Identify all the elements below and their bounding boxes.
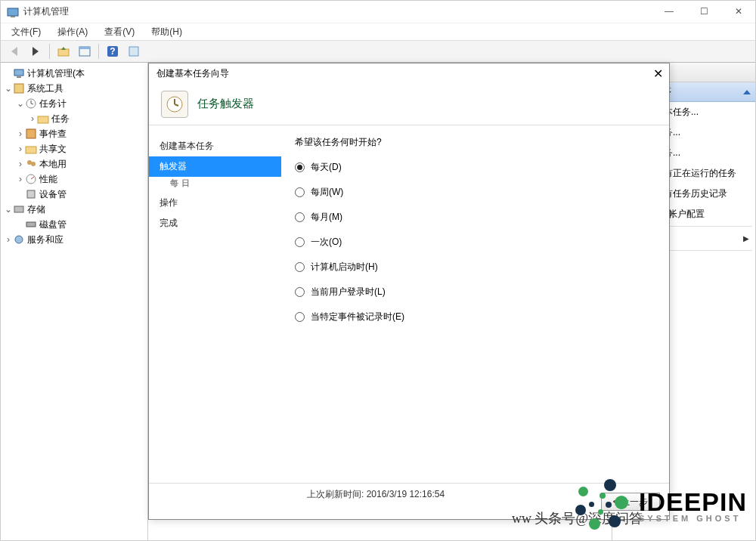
- panel-icon: [79, 45, 91, 57]
- app-icon: [7, 6, 19, 18]
- toolbar-separator: [49, 44, 50, 59]
- main-pane: 创建基本任务向导 ✕ 任务触发器 创建基本任务触发器每日操作完成 希望该任务何时…: [148, 63, 612, 540]
- tree-item[interactable]: ⌄系统工具: [1, 81, 147, 96]
- tree-twisty-icon: ›: [16, 128, 25, 139]
- wizard-dialog: 创建基本任务向导 ✕ 任务触发器 创建基本任务触发器每日操作完成 希望该任务何时…: [148, 63, 670, 520]
- tree-item[interactable]: ›服务和应: [1, 232, 147, 247]
- event-icon: [25, 128, 37, 140]
- trigger-option[interactable]: 每周(W): [295, 186, 655, 199]
- tree-item[interactable]: 计算机管理(本: [1, 66, 147, 81]
- svg-rect-14: [26, 147, 36, 153]
- share-icon: [25, 143, 37, 155]
- minimize-button[interactable]: —: [658, 5, 680, 20]
- trigger-option[interactable]: 计算机启动时(H): [295, 261, 655, 274]
- svg-point-16: [31, 162, 36, 166]
- help-button[interactable]: ?: [104, 42, 122, 60]
- svg-rect-2: [58, 49, 69, 56]
- tree-twisty-icon: ›: [4, 234, 13, 245]
- svg-rect-0: [8, 8, 18, 16]
- tree-twisty-icon: ⌄: [4, 204, 13, 215]
- wizard-window-title: 创建基本任务向导: [156, 67, 229, 80]
- tree-twisty-icon: ›: [28, 113, 37, 124]
- tree-item-label: 计算机管理(本: [27, 67, 85, 80]
- wizard-close-button[interactable]: ✕: [653, 66, 663, 81]
- properties-button[interactable]: [125, 42, 143, 60]
- wizard-form: 希望该任务何时开始? 每天(D)每周(W)每月(M)一次(O)计算机启动时(H)…: [281, 125, 669, 483]
- clock-icon: [25, 97, 37, 110]
- show-hide-button[interactable]: [76, 42, 94, 60]
- back-button[interactable]: [5, 42, 23, 60]
- properties-icon: [128, 45, 140, 57]
- wizard-header: 任务触发器: [149, 83, 669, 125]
- wizard-step[interactable]: 每日: [149, 174, 281, 193]
- menu-view[interactable]: 查看(V): [100, 24, 139, 40]
- wizard-heading: 任务触发器: [197, 97, 254, 111]
- svg-rect-9: [17, 76, 21, 78]
- tree-item-label: 任务计: [39, 97, 67, 110]
- svg-rect-7: [129, 47, 138, 56]
- menubar: 文件(F) 操作(A) 查看(V) 帮助(H): [1, 23, 755, 40]
- menu-file[interactable]: 文件(F): [7, 24, 45, 40]
- trigger-option[interactable]: 一次(O): [295, 236, 655, 249]
- window-title: 计算机管理: [23, 5, 658, 18]
- folder-up-icon: [57, 45, 70, 57]
- tree-item[interactable]: 设备管: [1, 187, 147, 202]
- disk-icon: [25, 218, 37, 230]
- svg-rect-20: [26, 222, 36, 227]
- tree-item[interactable]: ›共享文: [1, 141, 147, 156]
- forward-button[interactable]: [26, 42, 45, 60]
- svg-rect-4: [79, 47, 90, 49]
- tree-item[interactable]: ›任务: [1, 111, 147, 126]
- arrow-right-icon: [33, 47, 39, 56]
- radio-label: 每周(W): [311, 186, 343, 199]
- wizard-step[interactable]: 完成: [149, 213, 281, 233]
- tree-twisty-icon: ›: [16, 159, 25, 169]
- menu-help[interactable]: 帮助(H): [147, 24, 187, 40]
- tree-item-label: 共享文: [39, 143, 67, 156]
- menu-action[interactable]: 操作(A): [53, 24, 92, 40]
- arrow-left-icon: [11, 47, 17, 56]
- tree-item[interactable]: ›本地用: [1, 156, 147, 172]
- up-button[interactable]: [54, 42, 73, 60]
- wizard-step[interactable]: 操作: [149, 193, 281, 213]
- wizard-prompt: 希望该任务何时开始?: [295, 136, 655, 149]
- perf-icon: [25, 173, 37, 185]
- radio-label: 每月(M): [311, 211, 342, 224]
- maximize-button[interactable]: ☐: [693, 5, 714, 20]
- radio-icon: [295, 212, 305, 222]
- wizard-step[interactable]: 创建基本任务: [149, 136, 281, 156]
- storage-icon: [13, 203, 25, 215]
- trigger-option[interactable]: 当前用户登录时(L): [295, 286, 655, 298]
- tree-item[interactable]: ›性能: [1, 172, 147, 187]
- device-icon: [25, 188, 37, 200]
- close-button[interactable]: ✕: [728, 5, 749, 20]
- tree-item-label: 存储: [27, 203, 45, 216]
- trigger-option[interactable]: 每天(D): [295, 161, 655, 174]
- trigger-option[interactable]: 每月(M): [295, 211, 655, 224]
- tree-item[interactable]: ⌄任务计: [1, 96, 147, 111]
- status-last-refresh: 上次刷新时间: 2016/3/19 12:16:54: [307, 488, 445, 501]
- svg-rect-1: [11, 16, 15, 17]
- tree-twisty-icon: ›: [16, 174, 25, 184]
- users-icon: [25, 158, 37, 170]
- radio-label: 一次(O): [311, 236, 342, 249]
- trigger-option[interactable]: 当特定事件被记录时(E): [295, 311, 655, 323]
- navigation-tree[interactable]: 计算机管理(本⌄系统工具⌄任务计›任务›事件查›共享文›本地用›性能设备管⌄存储…: [1, 63, 148, 540]
- tree-twisty-icon: ⌄: [16, 98, 25, 109]
- tree-item-label: 事件查: [39, 128, 67, 141]
- tree-twisty-icon: ›: [16, 144, 25, 154]
- tree-item[interactable]: 磁盘管: [1, 217, 147, 232]
- spiral-icon: [571, 475, 631, 535]
- svg-rect-8: [14, 70, 23, 76]
- tree-item-label: 磁盘管: [39, 218, 67, 231]
- wizard-steps: 创建基本任务触发器每日操作完成: [149, 125, 281, 483]
- tree-item[interactable]: ⌄存储: [1, 202, 147, 217]
- radio-label: 当特定事件被记录时(E): [311, 311, 404, 323]
- radio-icon: [295, 312, 305, 322]
- svg-point-21: [15, 236, 23, 243]
- svg-rect-18: [27, 190, 35, 198]
- tree-item[interactable]: ›事件查: [1, 126, 147, 141]
- tree-item-label: 服务和应: [27, 233, 64, 246]
- tree-twisty-icon: ⌄: [4, 83, 13, 94]
- logo-subtext: SYSTEM GHOST: [639, 514, 747, 523]
